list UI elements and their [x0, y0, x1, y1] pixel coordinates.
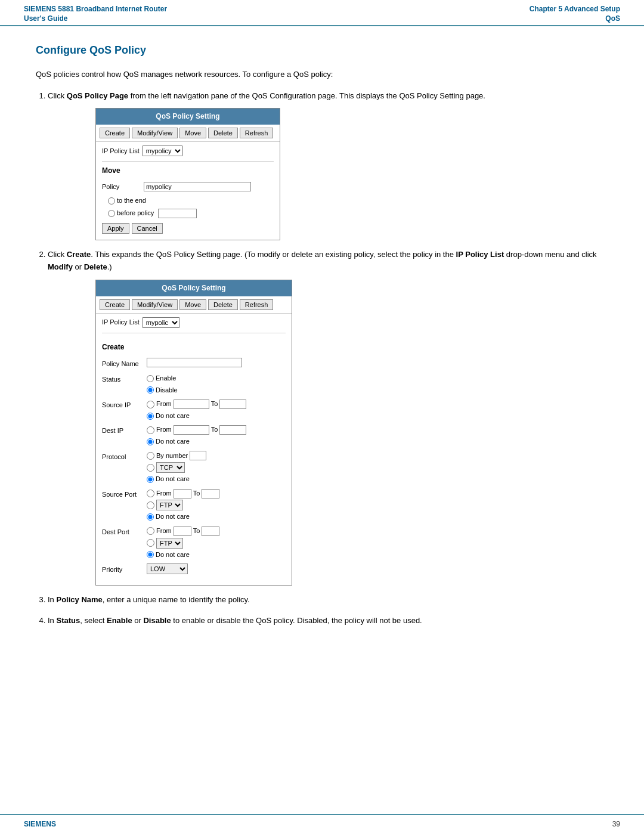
step-3: In Policy Name, enter a unique name to i… [48, 594, 608, 606]
source-ip-from-input[interactable] [174, 400, 209, 409]
dest-port-from-row: From To [147, 526, 219, 537]
status-enable-label: Enable [156, 373, 176, 384]
protocol-tcp-radio[interactable] [147, 464, 154, 472]
dest-port-ftp-select[interactable]: FTP [156, 538, 183, 549]
radio-to-end-input[interactable] [108, 197, 115, 205]
dest-ip-donotcare-row: Do not care [147, 436, 246, 447]
dest-port-to-label: To [193, 526, 200, 537]
dest-port-ftp-radio[interactable] [147, 539, 154, 547]
step-1-bold: QoS Policy Page [67, 91, 128, 100]
ip-policy-select-2[interactable]: mypolic [142, 317, 180, 328]
create-protocol-row: Protocol By number TCP [102, 451, 286, 485]
dest-port-donotcare-radio[interactable] [147, 551, 154, 558]
apply-btn-1[interactable]: Apply [102, 223, 129, 234]
box1-move-btn[interactable]: Move [179, 128, 206, 138]
dest-ip-from-radio[interactable] [147, 426, 154, 434]
dest-ip-donotcare-label: Do not care [156, 436, 190, 447]
box2-modifyview-btn[interactable]: Modify/View [132, 299, 178, 310]
ip-policy-label-2: IP Policy List [102, 317, 140, 328]
create-source-ip-row: Source IP From To Do not c [102, 399, 286, 421]
source-ip-from-row: From To [147, 399, 246, 410]
qos-box-2-title: QoS Policy Setting [96, 280, 292, 296]
protocol-donotcare-row: Do not care [147, 474, 206, 485]
create-priority-controls: LOW MEDIUM HIGH [147, 563, 188, 574]
header-title-left: SIEMENS 5881 Broadband Internet Router [24, 5, 167, 13]
qos-box-1-body: IP Policy List mypolicy Move Policy [96, 142, 280, 240]
protocol-donotcare-radio[interactable] [147, 476, 154, 483]
create-policy-name-row: Policy Name [102, 358, 286, 370]
create-dest-ip-label: Dest IP [102, 425, 147, 436]
policy-input[interactable] [144, 182, 251, 191]
dest-port-to-input[interactable] [202, 527, 219, 536]
create-source-port-label: Source Port [102, 488, 147, 500]
ip-policy-row-1: IP Policy List mypolicy [102, 145, 274, 156]
source-port-ftp-select[interactable]: FTP [156, 500, 183, 510]
radio-to-end-label: to the end [117, 196, 146, 206]
separator-1 [102, 161, 274, 162]
box1-modifyview-btn[interactable]: Modify/View [132, 128, 178, 138]
source-port-from-radio[interactable] [147, 490, 154, 497]
status-disable-radio[interactable] [147, 386, 154, 394]
step-4-enable-bold: Enable [107, 616, 132, 625]
page-header: SIEMENS 5881 Broadband Internet Router C… [0, 0, 644, 26]
source-ip-to-input[interactable] [219, 400, 246, 409]
dest-port-donotcare-row: Do not care [147, 550, 219, 561]
policy-label: Policy [102, 182, 144, 193]
box2-refresh-btn[interactable]: Refresh [240, 299, 274, 310]
footer-page-number: 39 [612, 820, 620, 828]
dest-ip-donotcare-radio[interactable] [147, 438, 154, 445]
status-enable-row: Enable [147, 373, 178, 384]
qos-box-1-title: QoS Policy Setting [96, 109, 280, 125]
intro-text: QoS policies control how QoS manages net… [36, 69, 608, 80]
status-enable-radio[interactable] [147, 375, 154, 382]
protocol-tcp-select[interactable]: TCP UDP [156, 462, 185, 473]
protocol-bynumber-radio[interactable] [147, 452, 154, 460]
source-ip-to-label: To [211, 399, 218, 410]
dest-port-donotcare-label: Do not care [156, 550, 190, 561]
dest-port-from-input[interactable] [174, 527, 191, 536]
box1-refresh-btn[interactable]: Refresh [240, 128, 274, 138]
step-4: In Status, select Enable or Disable to e… [48, 615, 608, 627]
protocol-bynumber-row: By number [147, 451, 206, 462]
source-port-donotcare-label: Do not care [156, 512, 190, 522]
ip-policy-label-1: IP Policy List [102, 146, 140, 157]
dest-ip-from-input[interactable] [174, 425, 209, 435]
before-policy-input[interactable] [158, 209, 197, 218]
source-ip-donotcare-radio[interactable] [147, 413, 154, 420]
source-ip-from-radio[interactable] [147, 401, 154, 408]
box2-delete-btn[interactable]: Delete [208, 299, 238, 310]
protocol-tcp-row: TCP UDP [147, 462, 206, 473]
create-policy-name-input[interactable] [147, 358, 242, 367]
radio-before-policy-input[interactable] [108, 210, 115, 217]
source-port-ftp-radio[interactable] [147, 501, 154, 509]
source-port-from-input[interactable] [174, 489, 191, 498]
create-source-ip-controls: From To Do not care [147, 399, 246, 421]
footer-brand: SIEMENS [24, 820, 56, 828]
box2-create-btn[interactable]: Create [100, 299, 130, 310]
source-port-from-label: From [156, 488, 172, 499]
protocol-bynumber-label: By number [156, 451, 188, 462]
create-protocol-controls: By number TCP UDP [147, 451, 206, 485]
step-1: Click QoS Policy Page from the left navi… [48, 90, 608, 241]
dest-port-from-radio[interactable] [147, 527, 154, 535]
cancel-btn-1[interactable]: Cancel [132, 223, 163, 234]
ip-policy-select-1[interactable]: mypolicy [142, 145, 183, 156]
create-priority-label: Priority [102, 563, 147, 575]
box1-create-btn[interactable]: Create [100, 128, 130, 138]
create-policy-name-controls [147, 358, 242, 367]
step-4-text: In Status, select Enable or Disable to e… [48, 616, 422, 625]
priority-select[interactable]: LOW MEDIUM HIGH [147, 563, 188, 574]
box2-move-btn[interactable]: Move [179, 299, 206, 310]
protocol-number-input[interactable] [190, 451, 206, 460]
protocol-donotcare-label: Do not care [156, 474, 190, 485]
dest-ip-to-input[interactable] [219, 425, 246, 435]
page-title: Configure QoS Policy [36, 44, 608, 57]
step-2-modify-bold: Modify [48, 262, 73, 271]
step-2-create-bold: Create [67, 250, 91, 259]
source-port-to-input[interactable] [202, 489, 219, 498]
qos-box-2-toolbar: Create Modify/View Move Delete Refresh [96, 296, 292, 314]
box1-delete-btn[interactable]: Delete [208, 128, 238, 138]
source-port-donotcare-radio[interactable] [147, 513, 154, 521]
create-priority-row: Priority LOW MEDIUM HIGH [102, 563, 286, 575]
source-ip-from-label: From [156, 399, 172, 410]
